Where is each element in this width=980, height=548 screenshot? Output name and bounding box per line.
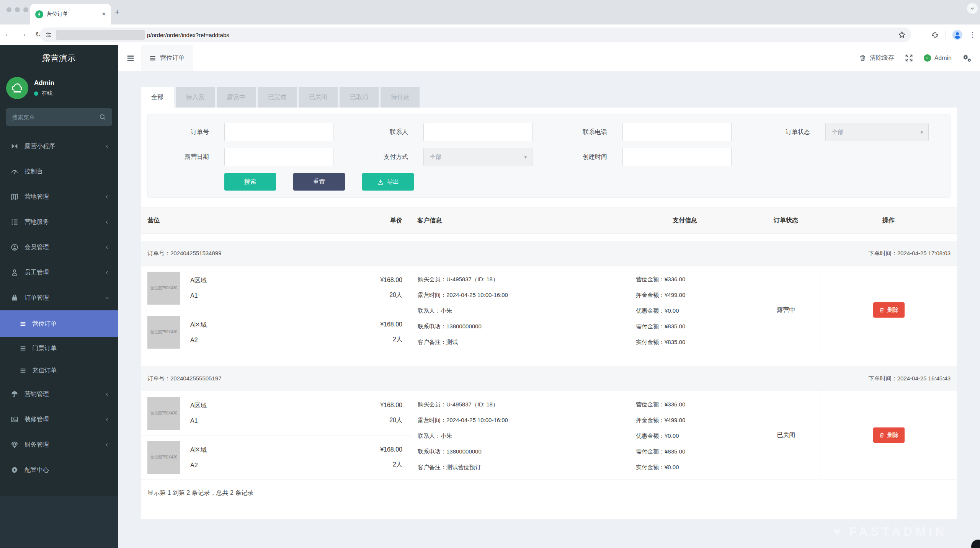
- payment-info-line: 押金金额：¥499.00: [636, 412, 752, 428]
- filter-label: 联系人: [347, 123, 408, 141]
- status-tab-全部[interactable]: 全部: [141, 87, 174, 108]
- sidebar-item-订单管理[interactable]: 订单管理: [0, 285, 118, 310]
- people-count: 20人: [380, 416, 402, 424]
- customer-info-cell: 购买会员：U-495837（ID: 18）露营时间：2024-04-25 10:…: [411, 266, 618, 354]
- sidebar-item-label: 营地管理: [24, 193, 49, 201]
- 创建时间-input[interactable]: [622, 148, 732, 166]
- order-number: 订单号：2024042555505197: [147, 375, 221, 382]
- search-icon: [99, 114, 106, 121]
- browser-menu-icon[interactable]: ⋮: [969, 31, 976, 39]
- sidebar-item-装修管理[interactable]: 装修管理: [0, 407, 118, 432]
- sidebar-item-label: 订单管理: [24, 294, 49, 302]
- sidebar-item-配置中心[interactable]: 配置中心: [0, 457, 118, 483]
- campsite-name: A区域A1: [190, 402, 207, 424]
- back-icon[interactable]: ←: [3, 30, 12, 39]
- header-unit-price: 单价: [390, 217, 402, 225]
- payment-info-line: 需付金额：¥835.00: [636, 318, 752, 334]
- filter-form: 订单号联系人联系电话订单状态全部▾ 露营日期支付方式全部▾创建时间 搜索重置导出: [147, 114, 951, 198]
- tab-search-chevron-icon[interactable]: [967, 3, 978, 14]
- payment-info-line: 营位金额：¥336.00: [636, 271, 752, 287]
- sidebar-item-营地服务[interactable]: 营地服务: [0, 209, 118, 235]
- tab-title: 营位订单: [47, 11, 102, 18]
- 联系人-input[interactable]: [423, 123, 532, 141]
- trash-icon: [879, 307, 885, 313]
- site-settings-icon[interactable]: [45, 31, 52, 38]
- campsite-area: A区域: [190, 446, 207, 454]
- payment-info-line: 优惠金额：¥0.00: [636, 428, 752, 444]
- campsite-thumbnail: 营位图750X430: [147, 272, 180, 305]
- browser-tab[interactable]: 营位订单 ×: [30, 4, 111, 24]
- sidebar-item-门票订单[interactable]: 门票订单: [0, 337, 118, 359]
- search-button[interactable]: 搜索: [224, 173, 276, 191]
- page-tab[interactable]: 营位订单: [141, 45, 193, 71]
- status-tab-已完成[interactable]: 已完成: [258, 87, 297, 108]
- order-status-badge: 露营中: [752, 266, 820, 354]
- admin-app: 露营演示 Admin 在线 露营小程序控制台营地管理营地服务会员管理员工管理订单…: [0, 45, 980, 548]
- bookmark-star-icon[interactable]: [898, 31, 906, 39]
- top-navbar: 营位订单 清除缓存 Admin: [118, 45, 980, 71]
- admin-menu[interactable]: Admin: [924, 54, 952, 62]
- export-button[interactable]: 导出: [362, 173, 414, 191]
- delete-button[interactable]: 删除: [873, 302, 905, 318]
- 订单号-input[interactable]: [224, 123, 333, 141]
- order-band: 订单号：2024042555505197下单时间：2024-04-25 16:4…: [141, 366, 957, 391]
- sidebar-item-会员管理[interactable]: 会员管理: [0, 235, 118, 260]
- filter-label: 创建时间: [546, 148, 607, 166]
- user-circle-icon: [11, 243, 18, 251]
- customer-info-line: 联系电话：13800000000: [418, 318, 618, 334]
- 支付方式-select[interactable]: 全部▾: [423, 148, 532, 166]
- filter-field-支付方式: 支付方式全部▾: [347, 148, 532, 166]
- customer-info-line: 联系人：小朱: [418, 303, 618, 318]
- status-tab-bar: 全部待入营露营中已完成已关闭已取消待付款: [141, 87, 420, 108]
- delete-button[interactable]: 删除: [873, 427, 905, 443]
- sidebar-item-营位订单[interactable]: 营位订单: [0, 310, 118, 337]
- heart-icon: ♥: [833, 525, 844, 539]
- sidebar-item-财务管理[interactable]: 财务管理: [0, 432, 118, 457]
- status-tab-待付款[interactable]: 待付款: [381, 87, 420, 108]
- user-name: Admin: [34, 79, 54, 87]
- user-icon: [11, 269, 18, 276]
- 露营日期-input[interactable]: [224, 148, 333, 166]
- sidebar-item-label: 露营小程序: [24, 142, 55, 150]
- order-band: 订单号：2024042551534899下单时间：2024-04-25 17:0…: [141, 241, 957, 266]
- browser-profile-avatar[interactable]: [952, 30, 962, 40]
- page-tab-label: 营位订单: [160, 54, 185, 62]
- extensions-puzzle-icon[interactable]: [931, 31, 939, 39]
- clear-cache-button[interactable]: 清除缓存: [859, 54, 894, 62]
- sidebar-item-控制台[interactable]: 控制台: [0, 159, 118, 184]
- select-value: 全部: [832, 129, 843, 136]
- sidebar-item-露营小程序[interactable]: 露营小程序: [0, 134, 118, 159]
- sidebar-item-label: 装修管理: [24, 416, 49, 424]
- settings-gears-icon[interactable]: [962, 54, 972, 63]
- sidebar-item-营销管理[interactable]: 营销管理: [0, 382, 118, 407]
- hamburger-icon[interactable]: [126, 54, 135, 62]
- people-count: 20人: [380, 291, 402, 299]
- gear-icon: [11, 466, 18, 474]
- status-tab-已关闭[interactable]: 已关闭: [299, 87, 338, 108]
- user-status: 在线: [42, 90, 52, 97]
- status-tab-待入营[interactable]: 待入营: [176, 87, 215, 108]
- url-redacted-block: [56, 30, 145, 40]
- sidebar-item-员工管理[interactable]: 员工管理: [0, 260, 118, 285]
- new-tab-button[interactable]: +: [112, 7, 122, 18]
- address-bar[interactable]: p/order/order/index?ref=addtabs: [40, 28, 911, 42]
- customer-info-line: 购买会员：U-495837（ID: 18）: [418, 271, 618, 287]
- fastadmin-watermark: ♥ FASTADMIN: [833, 525, 947, 539]
- sidebar-item-充值订单[interactable]: 充值订单: [0, 359, 118, 382]
- sidebar-item-营地管理[interactable]: 营地管理: [0, 184, 118, 209]
- status-tab-已取消[interactable]: 已取消: [340, 87, 379, 108]
- sidebar-item-label: 营位订单: [32, 320, 57, 328]
- sidebar-item-label: 会员管理: [24, 243, 49, 251]
- toolbar-divider: [946, 31, 946, 39]
- 订单状态-select[interactable]: 全部▾: [825, 123, 929, 141]
- tab-close-icon[interactable]: ×: [102, 10, 106, 18]
- forward-icon[interactable]: →: [18, 30, 28, 39]
- filter-label: 订单号: [148, 123, 209, 141]
- user-avatar-cloud-icon: [6, 77, 28, 99]
- reset-button[interactable]: 重置: [293, 173, 345, 191]
- status-tab-露营中[interactable]: 露营中: [217, 87, 256, 108]
- window-controls[interactable]: [7, 7, 28, 12]
- fullscreen-icon[interactable]: [905, 54, 913, 62]
- menu-search-input[interactable]: [12, 114, 99, 121]
- 联系电话-input[interactable]: [622, 123, 732, 141]
